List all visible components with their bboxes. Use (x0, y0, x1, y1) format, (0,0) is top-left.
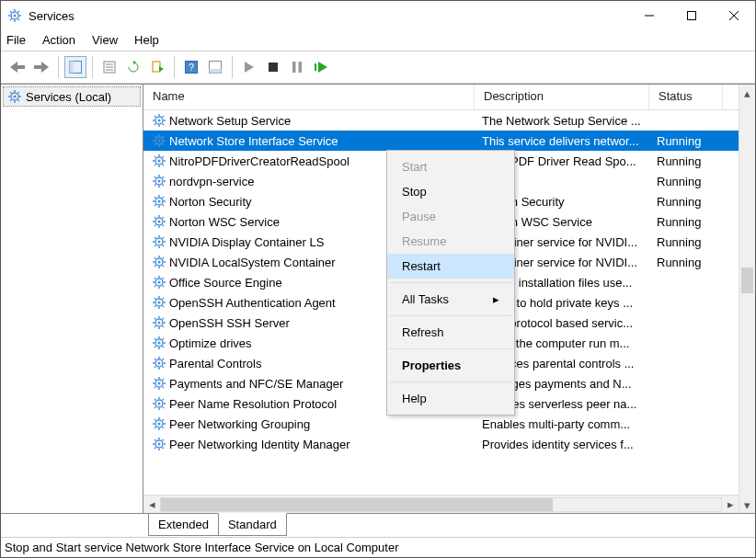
tab-extended[interactable]: Extended (148, 514, 219, 536)
titlebar: Services (1, 1, 755, 30)
service-description: This service delivers networ... (482, 134, 657, 148)
service-row[interactable]: Network Setup ServiceThe Network Setup S… (143, 110, 755, 131)
svg-text:?: ? (189, 63, 194, 73)
service-name: Peer Networking Grouping (169, 417, 482, 431)
show-hide-tree-button[interactable] (64, 56, 86, 78)
gear-icon (7, 89, 22, 104)
gear-icon (151, 133, 167, 148)
gear-icon (151, 315, 167, 330)
gear-icon (151, 437, 167, 451)
service-status: Running (657, 134, 730, 148)
col-name[interactable]: Name (143, 85, 475, 109)
svg-rect-19 (70, 62, 74, 74)
service-description: The Network Setup Service ... (482, 114, 657, 128)
details-pane-button[interactable] (204, 56, 226, 78)
svg-rect-33 (292, 62, 296, 73)
ctx-help[interactable]: Help (387, 386, 514, 411)
pause-service-button[interactable] (286, 56, 308, 78)
service-row[interactable]: Network Store Interface ServiceThis serv… (143, 131, 755, 151)
export-list-button[interactable] (146, 56, 168, 78)
gear-icon (151, 336, 167, 350)
gear-icon (151, 255, 167, 269)
gear-icon (151, 275, 167, 290)
ctx-refresh[interactable]: Refresh (387, 320, 514, 345)
help-button[interactable]: ? (180, 56, 202, 78)
close-button[interactable] (713, 1, 755, 30)
service-status: Running (657, 215, 730, 229)
service-status: Running (657, 154, 730, 168)
svg-marker-26 (159, 66, 164, 72)
tree-item-services-local[interactable]: Services (Local) (3, 86, 141, 107)
services-app-icon (6, 7, 23, 24)
ctx-pause: Pause (387, 204, 514, 229)
gear-icon (151, 416, 167, 431)
col-description[interactable]: Description (475, 85, 649, 109)
tab-standard[interactable]: Standard (218, 513, 287, 536)
view-tabs: Extended Standard (1, 513, 755, 537)
service-row[interactable]: Peer Networking GroupingEnables multi-pa… (143, 414, 755, 434)
scroll-down-icon[interactable]: ▾ (739, 496, 755, 513)
service-status: Running (657, 175, 730, 188)
gear-icon (151, 295, 167, 310)
main-split: Services (Local) Name Description Status… (1, 84, 755, 513)
svg-rect-15 (17, 65, 25, 69)
forward-button[interactable] (30, 56, 52, 78)
svg-rect-30 (210, 69, 222, 74)
svg-rect-35 (315, 63, 316, 71)
menubar: File Action View Help (1, 30, 755, 51)
ctx-properties[interactable]: Properties (387, 353, 514, 378)
svg-marker-14 (10, 62, 17, 73)
scroll-thumb[interactable] (741, 268, 753, 293)
scroll-left-icon[interactable]: ◂ (143, 496, 160, 513)
service-status: Running (657, 256, 730, 269)
scroll-right-icon[interactable]: ▸ (722, 496, 739, 513)
svg-rect-25 (153, 62, 160, 72)
stop-service-button[interactable] (262, 56, 284, 78)
gear-icon (151, 356, 167, 370)
toolbar: ? (1, 51, 755, 84)
service-name: Peer Networking Identity Manager (169, 438, 482, 451)
svg-rect-17 (34, 65, 41, 69)
service-description: Enables multi-party comm... (482, 417, 657, 431)
minimize-button[interactable] (628, 1, 670, 30)
hscroll-thumb[interactable] (161, 498, 553, 511)
menu-action[interactable]: Action (42, 33, 75, 47)
back-button[interactable] (6, 56, 29, 78)
gear-icon (151, 214, 167, 229)
ctx-restart[interactable]: Restart (387, 254, 514, 279)
menu-file[interactable]: File (6, 33, 26, 47)
statusbar: Stop and Start service Network Store Int… (1, 537, 755, 557)
service-status: Running (657, 195, 730, 209)
gear-icon (151, 194, 167, 209)
svg-marker-31 (245, 62, 254, 73)
window-title: Services (29, 9, 628, 23)
scroll-up-icon[interactable]: ▴ (739, 85, 755, 101)
context-menu: Start Stop Pause Resume Restart All Task… (386, 150, 515, 416)
tree-pane: Services (Local) (1, 85, 143, 513)
ctx-all-tasks[interactable]: All Tasks▸ (387, 287, 514, 312)
service-name: Network Store Interface Service (169, 134, 482, 148)
restart-service-button[interactable] (310, 56, 332, 78)
tree-item-label: Services (Local) (26, 90, 111, 104)
refresh-button[interactable] (122, 56, 144, 78)
ctx-start: Start (387, 154, 514, 179)
col-status[interactable]: Status (649, 85, 723, 109)
service-description: Provides identity services f... (482, 438, 657, 451)
svg-rect-11 (688, 12, 696, 20)
svg-marker-16 (41, 62, 49, 73)
vertical-scrollbar[interactable]: ▴ ▾ (739, 85, 755, 513)
menu-view[interactable]: View (92, 33, 118, 47)
service-status: Running (657, 235, 730, 249)
maximize-button[interactable] (670, 1, 713, 30)
service-name: Network Setup Service (169, 114, 482, 128)
list-header: Name Description Status (143, 85, 755, 110)
ctx-resume: Resume (387, 229, 514, 254)
gear-icon (151, 234, 167, 249)
service-row[interactable]: Peer Networking Identity ManagerProvides… (143, 434, 755, 454)
ctx-stop[interactable]: Stop (387, 179, 514, 204)
horizontal-scrollbar[interactable]: ◂ ▸ (143, 495, 739, 513)
menu-help[interactable]: Help (134, 33, 159, 47)
start-service-button[interactable] (238, 56, 260, 78)
properties-button[interactable] (98, 56, 120, 78)
gear-icon (151, 113, 167, 128)
